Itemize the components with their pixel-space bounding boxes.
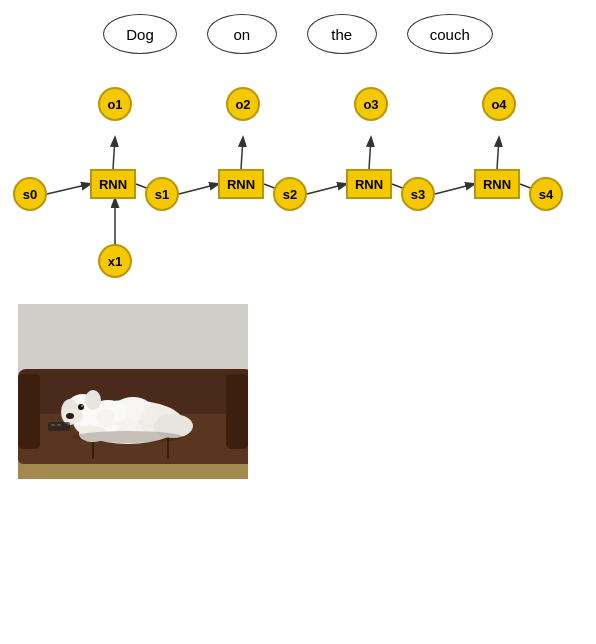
svg-line-10 xyxy=(369,138,371,169)
dog-photo xyxy=(18,304,248,479)
word-couch: couch xyxy=(407,14,493,54)
node-s1: s1 xyxy=(145,177,179,211)
words-row: Dog on the couch xyxy=(0,0,596,64)
word-the: the xyxy=(307,14,377,54)
node-o4: o4 xyxy=(482,87,516,121)
node-rnn2: RNN xyxy=(218,169,264,199)
svg-point-28 xyxy=(85,390,101,410)
node-o3: o3 xyxy=(354,87,388,121)
node-o2: o2 xyxy=(226,87,260,121)
rnn-diagram: s0 RNN s1 RNN s2 RNN s3 RNN s4 o1 o2 o3 … xyxy=(0,74,596,294)
svg-rect-40 xyxy=(51,424,55,426)
svg-point-32 xyxy=(81,405,83,407)
word-on: on xyxy=(207,14,277,54)
svg-point-30 xyxy=(66,413,74,419)
svg-line-9 xyxy=(241,138,243,169)
node-o1: o1 xyxy=(98,87,132,121)
svg-point-31 xyxy=(78,404,84,410)
node-s3: s3 xyxy=(401,177,435,211)
svg-line-4 xyxy=(307,184,346,194)
svg-rect-41 xyxy=(57,424,61,426)
svg-line-8 xyxy=(113,138,115,169)
node-rnn1: RNN xyxy=(90,169,136,199)
svg-line-2 xyxy=(179,184,218,194)
svg-point-37 xyxy=(97,409,115,427)
node-s0: s0 xyxy=(13,177,47,211)
dog-couch-illustration xyxy=(18,304,248,479)
node-x1: x1 xyxy=(98,244,132,278)
node-rnn4: RNN xyxy=(474,169,520,199)
svg-line-11 xyxy=(497,138,499,169)
svg-point-42 xyxy=(73,431,183,443)
svg-line-0 xyxy=(47,184,90,194)
node-s2: s2 xyxy=(273,177,307,211)
photo-section xyxy=(18,304,596,479)
svg-rect-18 xyxy=(18,374,40,449)
word-dog: Dog xyxy=(103,14,177,54)
svg-rect-39 xyxy=(48,422,70,431)
svg-line-6 xyxy=(435,184,474,194)
node-rnn3: RNN xyxy=(346,169,392,199)
svg-rect-19 xyxy=(226,374,248,449)
svg-point-38 xyxy=(141,407,159,425)
node-s4: s4 xyxy=(529,177,563,211)
